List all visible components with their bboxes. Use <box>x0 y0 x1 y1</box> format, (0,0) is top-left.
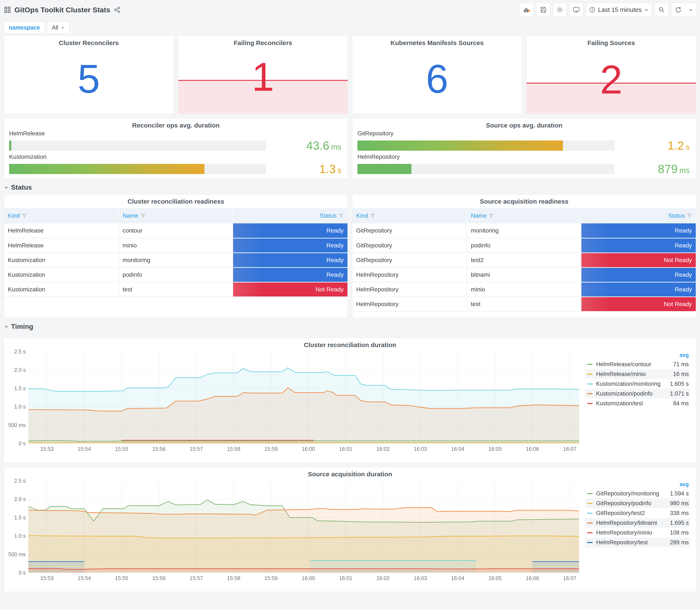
y-axis-tick-label: 500 ms <box>7 422 26 428</box>
plot-area[interactable]: 0 s500 ms1.0 s1.5 s2.0 s2.5 s <box>28 481 579 573</box>
cell-status: Ready <box>581 267 696 282</box>
legend-series-color <box>587 513 593 514</box>
cycle-view-button[interactable] <box>569 3 583 17</box>
legend-item[interactable]: GitRepository/podinfo980 ms <box>585 498 690 508</box>
legend-item[interactable]: Kustomization/test84 ms <box>585 399 690 408</box>
x-axis-tick-label: 16:07 <box>563 575 576 581</box>
filter-funnel-icon[interactable] <box>141 213 145 218</box>
legend-item[interactable]: Kustomization/podinfo1.071 s <box>585 389 690 399</box>
legend-series-color <box>587 532 593 533</box>
legend-series-color <box>587 503 593 504</box>
panel-title[interactable]: Cluster Reconcilers <box>4 36 174 47</box>
x-axis-tick-label: 15:57 <box>190 575 203 581</box>
panel-title[interactable]: Reconciler ops avg. duration <box>9 118 343 129</box>
variable-value: All <box>52 25 58 31</box>
panel-title[interactable]: Kubernetes Manifests Sources <box>352 36 522 47</box>
legend-item[interactable]: HelmRelease/minio16 ms <box>585 369 690 379</box>
refresh-button[interactable] <box>671 3 685 17</box>
filter-funnel-icon[interactable] <box>489 213 493 218</box>
legend-series-avg: 1.695 s <box>670 520 689 526</box>
y-axis-tick-label: 1.5 s <box>7 385 26 391</box>
dashboard-settings-button[interactable] <box>553 3 567 17</box>
panel-title[interactable]: Failing Sources <box>526 36 696 47</box>
cell-kind: HelmRepository <box>352 267 467 282</box>
stat-panel: Failing Sources2 <box>526 36 696 114</box>
section-header-status[interactable]: Status <box>4 179 696 194</box>
column-header-status[interactable]: Status <box>581 208 696 223</box>
panel-title[interactable]: Source acquisition readiness <box>352 194 696 205</box>
x-axis-tick-label: 16:03 <box>414 575 427 581</box>
time-range-picker[interactable]: Last 15 minutes <box>586 3 652 17</box>
chart-body: 0 s500 ms1.0 s1.5 s2.0 s2.5 s15:5315:541… <box>4 349 696 453</box>
x-axis-tick-label: 16:06 <box>526 446 539 452</box>
legend-item[interactable]: HelmRepository/bitnami1.695 s <box>585 518 690 528</box>
y-axis-tick-label: 1.0 s <box>7 404 26 410</box>
x-axis-tick-label: 15:54 <box>78 446 91 452</box>
chevron-down-icon <box>688 7 693 12</box>
save-dashboard-button[interactable] <box>536 3 550 17</box>
table-row: GitRepositorymonitoringReady <box>352 223 696 238</box>
column-header-name[interactable]: Name <box>118 208 233 223</box>
gauge-value-unit: ms <box>331 143 341 151</box>
filter-funnel-icon[interactable] <box>687 213 692 218</box>
bar-gauge-panel: Source ops avg. durationGitRepository1.2… <box>352 118 696 179</box>
legend-item[interactable]: HelmRelease/contour71 ms <box>585 359 690 369</box>
gauge-value: 879ms <box>614 162 691 176</box>
legend-item[interactable]: Kustomization/monitoring1.605 s <box>585 379 690 389</box>
gauge-track <box>9 164 266 174</box>
legend-avg-header[interactable]: avg <box>585 481 690 488</box>
legend-item[interactable]: HelmRepository/test289 ms <box>585 537 690 547</box>
cell-status: Ready <box>233 253 347 267</box>
y-axis-tick-label: 1.5 s <box>7 515 26 521</box>
cell-kind: HelmRepository <box>352 282 467 297</box>
gauge-label: HelmRelease <box>9 130 343 137</box>
y-axis-tick-label: 2.5 s <box>7 478 26 484</box>
gauge-value: 1.2s <box>614 139 691 152</box>
panel-title[interactable]: Failing Reconcilers <box>178 36 348 47</box>
legend-series-name: HelmRepository/bitnami <box>596 520 670 526</box>
cell-name: bitnami <box>467 267 582 282</box>
table-row: HelmReleaseminioReady <box>4 238 347 253</box>
panel-title[interactable]: Cluster reconciliation readiness <box>4 194 348 205</box>
legend-item[interactable]: HelmRepository/minio108 ms <box>585 528 690 537</box>
legend-item[interactable]: GitRepository/monitoring1.594 s <box>585 488 690 498</box>
filter-funnel-icon[interactable] <box>370 213 375 218</box>
panel-title[interactable]: Cluster reconciliation duration <box>4 338 696 349</box>
column-header-status[interactable]: Status <box>233 208 347 223</box>
x-axis-tick-label: 15:54 <box>78 575 91 581</box>
table-row: HelmRepositorybitnamiReady <box>352 267 696 282</box>
stat-panel: Failing Reconcilers1 <box>178 36 348 114</box>
column-header-kind[interactable]: Kind <box>4 208 118 223</box>
variable-value-dropdown[interactable]: All <box>47 22 69 34</box>
legend-series-name: Kustomization/podinfo <box>596 390 670 397</box>
stat-value: 6 <box>352 59 522 99</box>
refresh-interval-dropdown[interactable] <box>685 3 696 17</box>
gauge-value-number: 879 <box>658 162 678 176</box>
y-axis-tick-label: 500 ms <box>7 551 26 558</box>
filter-funnel-icon[interactable] <box>22 213 27 218</box>
section-label: Status <box>11 183 32 191</box>
legend-item[interactable]: GitRepository/test2338 ms <box>585 508 690 518</box>
time-range-label: Last 15 minutes <box>598 6 641 13</box>
zoom-out-button[interactable] <box>654 3 669 17</box>
panel-title[interactable]: Source acquisition duration <box>4 467 696 478</box>
legend-series-avg: 1.594 s <box>670 490 689 497</box>
gauges-row: Reconciler ops avg. durationHelmRelease4… <box>4 118 696 179</box>
legend-series-avg: 1.605 s <box>670 381 689 387</box>
legend-avg-header[interactable]: avg <box>585 352 690 359</box>
section-header-timing[interactable]: Timing <box>4 318 696 334</box>
apps-grid-icon[interactable] <box>4 6 11 13</box>
share-icon[interactable] <box>114 6 120 13</box>
cell-name: test2 <box>467 253 582 267</box>
legend-series-avg: 289 ms <box>670 539 689 546</box>
table-row: KustomizationtestNot Ready <box>4 282 347 297</box>
panel-title[interactable]: Source ops avg. duration <box>357 118 691 129</box>
filter-funnel-icon[interactable] <box>339 213 343 218</box>
column-header-name[interactable]: Name <box>467 208 582 223</box>
toolbar: Last 15 minutes <box>520 3 696 17</box>
column-header-kind[interactable]: Kind <box>352 208 467 223</box>
cell-kind: GitRepository <box>352 238 467 253</box>
add-panel-button[interactable] <box>520 3 534 17</box>
x-axis-tick-label: 15:53 <box>40 575 54 581</box>
plot-area[interactable]: 0 s500 ms1.0 s1.5 s2.0 s2.5 s <box>28 352 579 443</box>
